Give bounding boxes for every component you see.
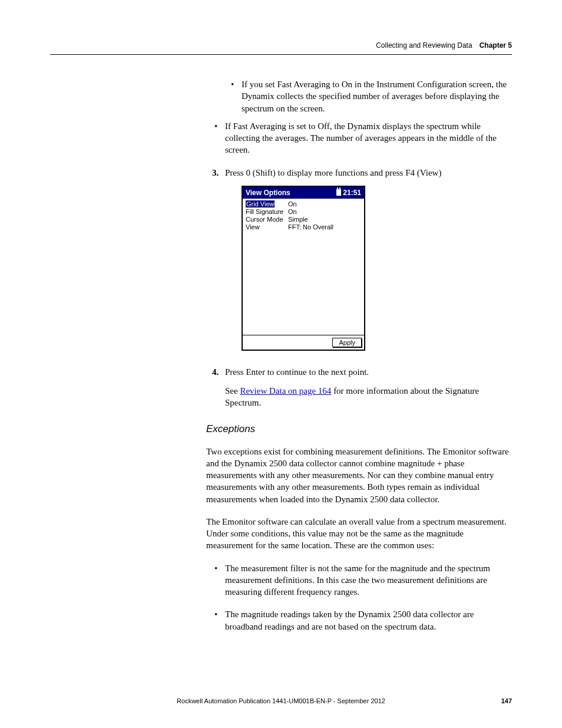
exceptions-p2: The Emonitor software can calculate an o… (206, 516, 512, 552)
header-section: Collecting and Reviewing Data (376, 41, 472, 50)
device-titlebar: View Options 21:51 (243, 187, 364, 199)
step-4: 4. Press Enter to continue to the next p… (225, 366, 512, 378)
see-paragraph: See Review Data on page 164 for more inf… (225, 385, 512, 409)
page-header: Collecting and Reviewing Data Chapter 5 (50, 41, 512, 55)
apply-button[interactable]: Apply (332, 338, 362, 347)
step-3-text: Press 0 (Shift) to display more function… (225, 168, 441, 177)
header-chapter: Chapter 5 (480, 41, 512, 50)
step-4-text: Press Enter to continue to the next poin… (225, 367, 369, 377)
device-option-label: View (246, 223, 288, 231)
device-time: 21:51 (336, 189, 361, 197)
step-4-number: 4. (212, 366, 219, 378)
device-option-row[interactable]: Grid ViewOn (246, 200, 361, 208)
exceptions-bullet-2: The magnitude readings taken by the Dyna… (225, 608, 512, 633)
device-option-value: Simple (288, 216, 308, 223)
exceptions-heading: Exceptions (206, 423, 512, 435)
power-icon (336, 189, 341, 196)
device-option-label: Cursor Mode (246, 216, 288, 223)
page-footer: Rockwell Automation Publication 1441-UM0… (50, 697, 512, 704)
page-content: If you set Fast Averaging to On in the I… (206, 78, 512, 633)
device-time-text: 21:51 (343, 189, 361, 197)
device-option-row[interactable]: ViewFFT: No Overall (246, 223, 361, 231)
review-data-link[interactable]: Review Data on page 164 (240, 386, 331, 396)
device-body: Grid ViewOnFill SignatureOnCursor ModeSi… (243, 199, 364, 335)
device-footer: Apply (243, 335, 364, 350)
sub-bullet: If you set Fast Averaging to On in the I… (242, 78, 512, 114)
exceptions-bullet-1: The measurement filter is not the same f… (225, 562, 512, 598)
device-option-label: Grid View (246, 200, 288, 208)
device-option-value: FFT: No Overall (288, 223, 333, 231)
device-option-row[interactable]: Cursor ModeSimple (246, 216, 361, 223)
exceptions-p1: Two exceptions exist for combining measu… (206, 446, 512, 505)
footer-page-number: 147 (488, 697, 512, 704)
see-prefix: See (225, 386, 240, 396)
device-screenshot: View Options 21:51 Grid ViewOnFill Signa… (242, 186, 365, 351)
device-option-value: On (288, 200, 297, 208)
step-3: 3. Press 0 (Shift) to display more funct… (225, 167, 512, 179)
step-3-number: 3. (212, 167, 219, 179)
device-option-value: On (288, 208, 297, 216)
device-option-label: Fill Signature (246, 208, 288, 216)
footer-publication: Rockwell Automation Publication 1441-UM0… (74, 697, 488, 704)
device-option-row[interactable]: Fill SignatureOn (246, 208, 361, 216)
main-bullet: If Fast Averaging is set to Off, the Dyn… (225, 120, 512, 156)
device-title: View Options (246, 189, 290, 197)
